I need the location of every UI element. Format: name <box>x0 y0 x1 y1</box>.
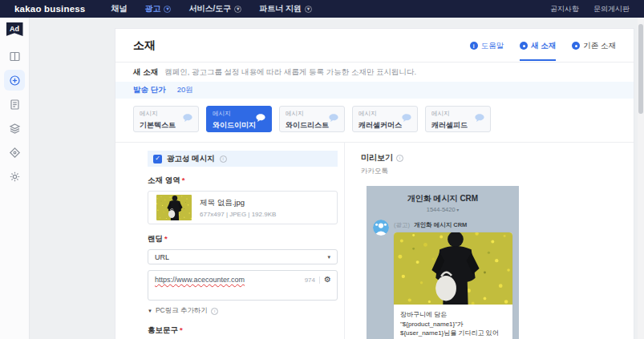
dashboard-icon[interactable] <box>4 46 25 67</box>
channel-avatar <box>373 220 389 236</box>
url-settings-gear-icon[interactable] <box>324 276 331 284</box>
kakao-business-logo[interactable]: kakao business <box>14 4 85 14</box>
nav-item-partner[interactable]: 파트너 지원 <box>259 3 312 14</box>
type-card-wide-image[interactable]: 메시지 와이드이미지 <box>206 106 272 132</box>
landing-label: 랜딩* <box>148 234 338 244</box>
preview-sender-line: (광고) 개인화 메시지 CRM <box>394 221 512 229</box>
main-nav: 채널 광고 서비스/도구 파트너 지원 <box>111 3 312 14</box>
ad-logo-badge: Ad <box>6 22 23 36</box>
chevron-down-icon <box>234 6 241 13</box>
ad-tag: (광고) <box>394 221 410 228</box>
tab-new-creative-label: 새 소재 <box>531 41 556 51</box>
top-navbar: kakao business 채널 광고 서비스/도구 파트너 지원 공지사항 … <box>0 0 644 18</box>
notice-label: 새 소재 <box>133 67 158 78</box>
pc-link-toggle[interactable]: PC링크 추가하기 <box>148 306 338 316</box>
assets-layers-icon[interactable] <box>4 118 25 139</box>
speech-bubble-icon <box>256 111 265 119</box>
file-name: 제목 없음.jpg <box>200 198 276 208</box>
chevron-down-icon <box>164 6 171 13</box>
type-card-carousel-commerce[interactable]: 메시지 캐러셀커머스 <box>352 106 418 132</box>
file-meta: 677x497 | JPEG | 192.9KB <box>200 211 276 218</box>
notice-text: 캠페인, 광고그룹 설정 내용에 따라 새롭게 등록 가능한 소재만 표시됩니다… <box>164 67 416 78</box>
preview-chat-row: (광고) 개인화 메시지 CRM 장바구니에 담은 "${product_nam… <box>373 220 512 339</box>
scrollbar-thumb[interactable] <box>638 24 643 114</box>
info-icon <box>396 155 403 162</box>
tab-existing-creative-label: 기존 소재 <box>583 41 616 51</box>
type-card-carousel-feed[interactable]: 메시지 캐러셀피드 <box>425 106 491 132</box>
page-title: 소재 <box>133 38 156 53</box>
promo-text-label-text: 홍보문구 <box>148 325 178 334</box>
price-value: 20원 <box>177 85 193 95</box>
required-asterisk: * <box>164 234 168 243</box>
preview-sender: 개인화 메시지 CRM <box>414 221 467 228</box>
ad-message-label: 광고성 메시지 <box>167 154 215 164</box>
url-char-counter: 974 <box>305 276 315 284</box>
ad-message-checkbox[interactable] <box>153 155 162 163</box>
info-icon <box>211 308 218 315</box>
nav-item-ad[interactable]: 광고 <box>144 3 171 14</box>
speech-bubble-icon <box>402 111 411 119</box>
tab-existing-creative[interactable]: 기존 소재 <box>572 41 616 51</box>
pc-link-label: PC링크 추가하기 <box>156 306 208 316</box>
nav-item-services-label: 서비스/도구 <box>188 3 231 14</box>
top-nav-right: 공지사항 문의게시판 <box>550 4 630 14</box>
tab-help[interactable]: 도움말 <box>470 41 504 51</box>
nav-item-channel[interactable]: 채널 <box>111 3 127 14</box>
nav-item-partner-label: 파트너 지원 <box>259 3 302 14</box>
image-thumbnail <box>156 195 192 220</box>
preview-title: 미리보기 <box>361 152 393 163</box>
card-header: 소재 도움말 새 소재 기존 소재 <box>115 29 634 63</box>
creative-form: 광고성 메시지 소재 영역* 제목 없음.jpg 677x497 | JPEG … <box>115 143 344 339</box>
new-creative-notice: 새 소재 캠페인, 광고그룹 설정 내용에 따라 새롭게 등록 가능한 소재만 … <box>115 63 634 82</box>
preview-platform: 카카오톡 <box>361 167 634 176</box>
preview-image <box>394 232 512 305</box>
preview-phone-number: 1544-5420 <box>373 206 512 213</box>
asset-area-label-text: 소재 영역 <box>148 176 180 184</box>
speech-bubble-icon <box>183 111 192 119</box>
preview-message-text: 장바구니에 담은 "${product_name1}"가 ${user_name… <box>394 305 512 339</box>
kakaotalk-phone-preview: 개인화 메시지 CRM 1544-5420 (광고) 개인화 메시지 CRM <box>367 186 519 339</box>
uploaded-image-card[interactable]: 제목 없음.jpg 677x497 | JPEG | 192.9KB <box>148 191 338 224</box>
required-asterisk: * <box>180 325 183 334</box>
asset-area-label: 소재 영역* <box>148 176 338 186</box>
url-counter-area: 974 <box>305 276 331 284</box>
landing-type-value: URL <box>155 253 169 261</box>
landing-type-select[interactable]: URL <box>148 249 338 264</box>
info-icon <box>220 155 227 163</box>
price-label: 발송 단가 <box>133 85 166 95</box>
speech-bubble-icon <box>475 111 484 119</box>
message-type-cards: 메시지 기본텍스트 메시지 와이드이미지 메시지 와이드리스트 메시지 캐러셀커… <box>115 99 634 142</box>
preview-panel: 미리보기 카카오톡 개인화 메시지 CRM 1544-5420 <box>344 143 634 339</box>
existing-creative-radio-icon <box>572 42 580 50</box>
type-card-wide-list[interactable]: 메시지 와이드리스트 <box>279 106 345 132</box>
targeting-icon[interactable] <box>4 142 25 163</box>
preview-channel-name: 개인화 메시지 CRM <box>373 193 512 204</box>
send-price-row: 발송 단가 20원 <box>115 82 634 99</box>
speech-bubble-icon <box>329 111 338 119</box>
main-content: 소재 도움말 새 소재 기존 소재 <box>30 18 644 339</box>
landing-url-value: https://www.acecounter.com <box>155 276 245 284</box>
nav-item-services[interactable]: 서비스/도구 <box>188 3 241 14</box>
create-ad-plus-icon[interactable] <box>4 70 25 91</box>
ad-message-banner: 광고성 메시지 <box>148 151 338 167</box>
report-icon[interactable] <box>4 94 25 115</box>
chevron-down-icon <box>305 6 312 13</box>
creative-tabs: 도움말 새 소재 기존 소재 <box>470 41 616 51</box>
tab-new-creative[interactable]: 새 소재 <box>520 41 556 51</box>
required-asterisk: * <box>182 176 185 184</box>
tab-help-label: 도움말 <box>481 41 504 51</box>
help-info-icon <box>470 42 478 50</box>
preview-message-bubble: 장바구니에 담은 "${product_name1}"가 ${user_name… <box>394 232 512 339</box>
landing-label-text: 랜딩 <box>148 234 163 243</box>
app-screen: kakao business 채널 광고 서비스/도구 파트너 지원 공지사항 … <box>0 0 644 339</box>
nav-item-notice[interactable]: 공지사항 <box>550 4 579 14</box>
creative-card: 소재 도움말 새 소재 기존 소재 <box>115 28 634 339</box>
chevron-down-icon <box>327 254 330 260</box>
divider <box>319 276 320 284</box>
landing-url-input[interactable]: https://www.acecounter.com 974 <box>148 270 338 301</box>
page-scrollbar[interactable] <box>638 18 644 339</box>
settings-gear-icon[interactable] <box>4 166 25 187</box>
new-creative-radio-icon <box>520 42 528 50</box>
nav-item-inquiry[interactable]: 문의게시판 <box>593 4 630 14</box>
type-card-basic-text[interactable]: 메시지 기본텍스트 <box>133 106 199 132</box>
